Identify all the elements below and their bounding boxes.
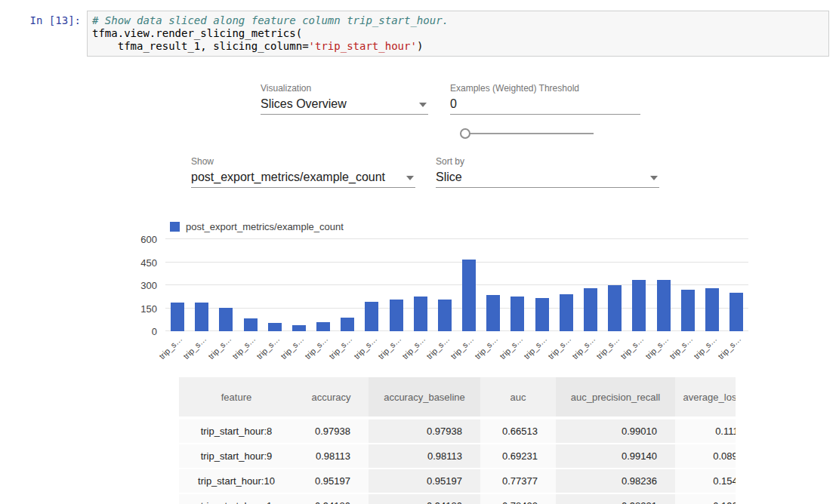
chart-bar[interactable] — [438, 300, 452, 331]
legend-label: post_export_metrics/example_count — [186, 221, 344, 232]
threshold-label: Examples (Weighted) Threshold — [450, 83, 640, 94]
chart-bar[interactable] — [195, 303, 208, 331]
table-cell: 0.95197 — [294, 469, 369, 493]
table-cell: 0.98231 — [556, 493, 675, 504]
chart-bar[interactable] — [244, 318, 258, 331]
chart-bar[interactable] — [219, 308, 233, 331]
chart-bar[interactable] — [171, 303, 184, 331]
table-cell: 0.99010 — [556, 418, 675, 444]
table-cell: 0.97938 — [369, 418, 480, 444]
table-cell: 0.97938 — [294, 418, 369, 444]
chart-bar[interactable] — [341, 318, 354, 331]
chart-bar[interactable] — [705, 288, 719, 331]
y-tick-label: 600 — [140, 234, 157, 245]
table-row: trip_start_hour:10.941800.941800.784220.… — [179, 493, 736, 504]
code-comment: # Show data sliced along feature column … — [92, 14, 449, 26]
bar-chart: 0150300450600 trip_s…trip_s…trip_s…trip_… — [125, 239, 752, 364]
chart-bar[interactable] — [535, 298, 549, 331]
table-header-row: featureaccuracyaccuracy_baselineaucauc_p… — [179, 377, 736, 418]
chart-bar[interactable] — [292, 325, 306, 331]
chart-bar[interactable] — [729, 293, 743, 331]
show-label: Show — [191, 156, 415, 167]
table-row: trip_start_hour:90.981130.981130.692310.… — [179, 444, 736, 469]
code-line-2: tfma.view.render_slicing_metrics( — [92, 27, 302, 39]
legend-swatch — [170, 222, 180, 232]
chevron-down-icon[interactable] — [419, 103, 427, 107]
table-cell: 0.1901 — [675, 493, 736, 504]
x-tick-label: trip_s… — [157, 334, 184, 361]
threshold-slider[interactable] — [460, 128, 594, 139]
threshold-input-group: Examples (Weighted) Threshold 0 — [450, 83, 640, 115]
table-cell: 0.78422 — [480, 493, 556, 504]
table-cell: 0.99140 — [556, 444, 675, 469]
column-header: feature — [179, 377, 294, 418]
chart-plot — [165, 239, 748, 331]
y-tick-label: 150 — [140, 303, 157, 315]
cell-prompt: In [13]: — [0, 14, 81, 26]
chevron-down-icon[interactable] — [406, 176, 414, 180]
metrics-table-container: featureaccuracyaccuracy_baselineaucauc_p… — [179, 377, 736, 504]
visualization-value[interactable]: Slices Overview — [261, 96, 428, 115]
table-cell: 0.77377 — [480, 469, 556, 493]
column-header: accuracy — [294, 377, 369, 418]
chart-bar[interactable] — [316, 322, 330, 331]
table-cell: 0.98113 — [369, 444, 480, 469]
code-close-paren: ) — [417, 40, 423, 52]
code-editor[interactable]: # Show data sliced along feature column … — [87, 11, 829, 57]
column-header: average_los — [675, 377, 736, 418]
chart-bar[interactable] — [608, 285, 622, 331]
y-tick-label: 450 — [140, 257, 157, 269]
code-line-3: tfma_result_1, slicing_column= — [92, 40, 309, 52]
table-cell: 0.0892 — [675, 444, 736, 469]
chart-xlabels: trip_s…trip_s…trip_s…trip_s…trip_s…trip_… — [165, 333, 748, 363]
chart-bar[interactable] — [365, 302, 378, 331]
visualization-label: Visualization — [261, 83, 428, 94]
show-value[interactable]: post_export_metrics/example_count — [191, 169, 415, 188]
chart-bar[interactable] — [486, 295, 500, 331]
chevron-down-icon[interactable] — [650, 176, 658, 180]
chart-bar[interactable] — [390, 300, 403, 331]
table-row: trip_start_hour:80.979380.979380.665130.… — [179, 418, 736, 444]
sort-by-select[interactable]: Sort by Slice — [436, 156, 659, 188]
chart-legend: post_export_metrics/example_count — [170, 221, 344, 232]
chart-bar[interactable] — [632, 280, 646, 331]
table-cell: 0.94180 — [294, 493, 369, 504]
table-cell: 0.98236 — [556, 469, 675, 493]
chart-bar[interactable] — [462, 260, 476, 331]
chart-bar[interactable] — [584, 288, 597, 331]
chart-bars — [165, 239, 748, 331]
table-cell: trip_start_hour:1 — [179, 493, 294, 504]
y-tick-label: 0 — [152, 326, 157, 337]
table-cell: trip_start_hour:10 — [179, 469, 294, 493]
chart-bar[interactable] — [560, 294, 573, 331]
table-cell: trip_start_hour:8 — [179, 418, 294, 444]
table-cell: 0.1111 — [675, 418, 736, 444]
table-cell: trip_start_hour:9 — [179, 444, 294, 469]
table-row: trip_start_hour:100.951970.951970.773770… — [179, 469, 736, 493]
show-metric-select[interactable]: Show post_export_metrics/example_count — [191, 156, 415, 188]
y-tick-label: 300 — [140, 280, 157, 291]
chart-bar[interactable] — [681, 290, 695, 331]
table-cell: 0.66513 — [480, 418, 556, 444]
threshold-input[interactable]: 0 — [450, 96, 640, 115]
chart-bar[interactable] — [657, 280, 671, 331]
chart-bar[interactable] — [510, 297, 524, 331]
metrics-table: featureaccuracyaccuracy_baselineaucauc_p… — [179, 377, 736, 504]
chart-bar[interactable] — [414, 297, 427, 331]
table-cell: 0.98113 — [294, 444, 369, 469]
slider-track[interactable] — [466, 133, 594, 134]
code-string: 'trip_start_hour' — [309, 40, 417, 52]
column-header: accuracy_baseline — [369, 377, 480, 418]
notebook-page: In [13]: # Show data sliced along featur… — [0, 0, 839, 504]
chart-bar[interactable] — [268, 323, 282, 331]
sort-by-label: Sort by — [436, 156, 659, 167]
table-cell: 0.69231 — [480, 444, 556, 469]
column-header: auc_precision_recall — [556, 377, 675, 418]
visualization-select[interactable]: Visualization Slices Overview — [261, 83, 428, 115]
table-body: trip_start_hour:80.979380.979380.665130.… — [179, 418, 736, 504]
table-cell: 0.95197 — [369, 469, 480, 493]
column-header: auc — [480, 377, 556, 418]
slider-thumb[interactable] — [460, 128, 470, 139]
table-cell: 0.1541 — [675, 469, 736, 493]
sort-by-value[interactable]: Slice — [436, 169, 659, 188]
